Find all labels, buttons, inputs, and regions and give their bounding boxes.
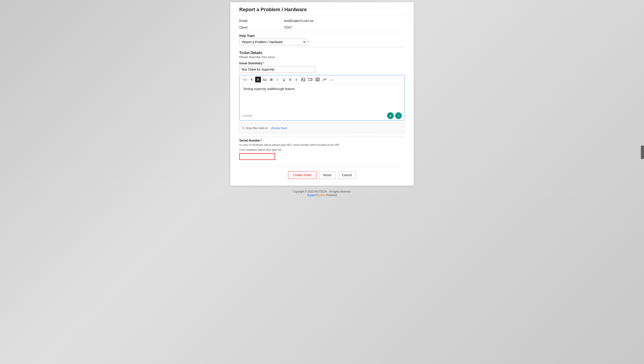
link-btn[interactable] [321,76,328,82]
divider-3 [239,137,405,137]
file-drop-area[interactable]: ℹ Drop files here or choose them [239,123,405,133]
divider-1 [239,32,405,32]
list-btn[interactable]: ≡ [294,76,299,82]
table-btn[interactable] [314,76,321,82]
svg-point-12 [399,115,399,116]
serial-number-input[interactable] [239,153,275,160]
client-value: TEST [284,26,292,29]
bold-btn[interactable]: B [269,76,274,82]
svg-rect-0 [301,78,305,81]
image-btn[interactable] [300,76,307,82]
cancel-button[interactable]: Cancel [338,171,356,179]
issue-summary-input[interactable] [239,66,315,73]
italic-btn[interactable]: I [275,76,281,82]
footer: Copyright © 2023 NAJTECH - All rights re… [293,190,351,197]
copyright-text: Copyright © 2023 NAJTECH - All rights re… [293,190,351,193]
video-btn[interactable] [307,76,314,82]
scrollbar[interactable] [641,146,644,159]
email-value: test@najtech.com.sa [284,19,313,22]
help-topic-select[interactable]: Report a Problem / Hardware General Inqu… [239,39,306,45]
email-row: Email: test@najtech.com.sa [239,17,405,24]
page-title: Report a Problem / Hardware [239,7,405,15]
create-ticket-button[interactable]: Create Ticket [288,171,317,179]
svg-point-11 [398,115,398,116]
email-label: Email: [239,19,284,22]
file-drop-text: Drop files here or [246,126,268,130]
choose-files-link[interactable]: choose them [271,126,287,130]
font-color-btn[interactable]: A [255,76,261,82]
ticket-details-desc: Please Describe Your Issue [239,56,405,59]
client-label: Client: [239,26,284,29]
strikethrough-btn[interactable]: S [287,76,293,82]
divider-2 [239,47,405,47]
editor-toolbar: <> ¶ A Aa B I U S ≡ [240,75,404,84]
font-size-btn[interactable]: Aa [261,76,268,82]
svg-rect-3 [316,78,319,81]
svg-rect-2 [309,78,311,81]
serial-number-label: Serial Number * [239,139,405,142]
underline-btn[interactable]: U [281,76,287,82]
serial-number-desc2: if No Hardware failure then type NA [239,148,405,152]
hr-btn[interactable]: — [328,76,335,82]
help-topic-required: * [308,40,309,44]
editor-icon-group [387,112,402,119]
editor-icon-download[interactable] [387,112,394,119]
editor-body[interactable]: Testing supervity walkthrough feature [240,84,404,111]
serial-input-wrapper [239,153,275,160]
info-icon: ℹ [243,126,244,130]
form-actions: Create Ticket Reset Cancel [239,166,405,179]
paragraph-btn[interactable]: ¶ [249,76,255,82]
issue-summary-label: Issue Summary * [239,62,405,65]
client-row: Client: TEST [239,24,405,30]
code-btn[interactable]: <> [242,76,249,82]
form-card: Report a Problem / Hardware Email: test@… [230,2,414,186]
editor-status: unsaved [242,114,252,117]
help-topic-label: Help Topic [239,34,405,38]
powered-by: SupportSystem Powered [293,194,351,197]
reset-button[interactable]: Reset [319,171,336,179]
serial-number-desc1: In case of Hardware failure please type … [239,143,405,146]
help-topic-field: Report a Problem / Hardware General Inqu… [239,39,405,45]
editor-footer: unsaved [240,111,404,120]
svg-point-10 [397,114,400,117]
rich-text-editor: <> ¶ A Aa B I U S ≡ [239,75,405,120]
ticket-details-title: Ticket Details [239,51,405,55]
editor-icon-emoji[interactable] [395,112,402,119]
